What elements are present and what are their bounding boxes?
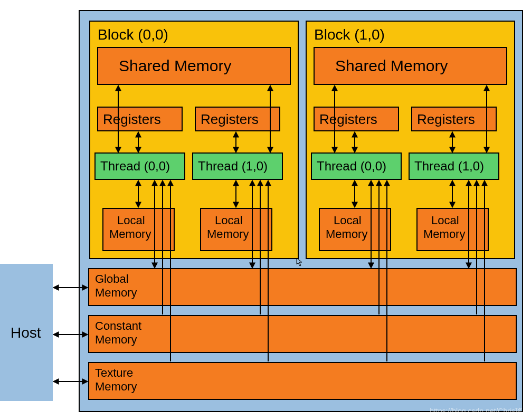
block-0-thread-0-label: Thread (0,0) (100, 159, 170, 173)
host-label: Host (11, 324, 41, 341)
block-0-title: Block (0,0) (98, 26, 168, 43)
block-1-title: Block (1,0) (314, 26, 385, 43)
block-1-thread-0-label: Thread (0,0) (317, 159, 386, 173)
block-0: Block (0,0) Shared Memory Registers Thre… (90, 21, 298, 259)
block-0-shared-label: Shared Memory (119, 57, 231, 74)
block-1-thread-1-label: Thread (1,0) (414, 159, 484, 173)
block-0-thread-1-label: Thread (1,0) (198, 159, 268, 173)
block-0-reg-0-label: Registers (103, 111, 161, 127)
block-1: Block (1,0) Shared Memory Registers Thre… (306, 21, 515, 259)
block-1-reg-0-label: Registers (319, 111, 377, 127)
texture-memory-label: TextureMemory (95, 366, 137, 393)
block-1-reg-1-label: Registers (417, 111, 475, 127)
constant-memory-label: ConstantMemory (95, 319, 141, 346)
watermark: https://blog.csdn.net/Chris瑤 (430, 407, 523, 415)
constant-memory (89, 316, 516, 352)
block-0-reg-1-label: Registers (201, 111, 259, 127)
block-1-shared-label: Shared Memory (335, 57, 448, 74)
texture-memory (89, 362, 516, 399)
global-memory (89, 269, 516, 306)
